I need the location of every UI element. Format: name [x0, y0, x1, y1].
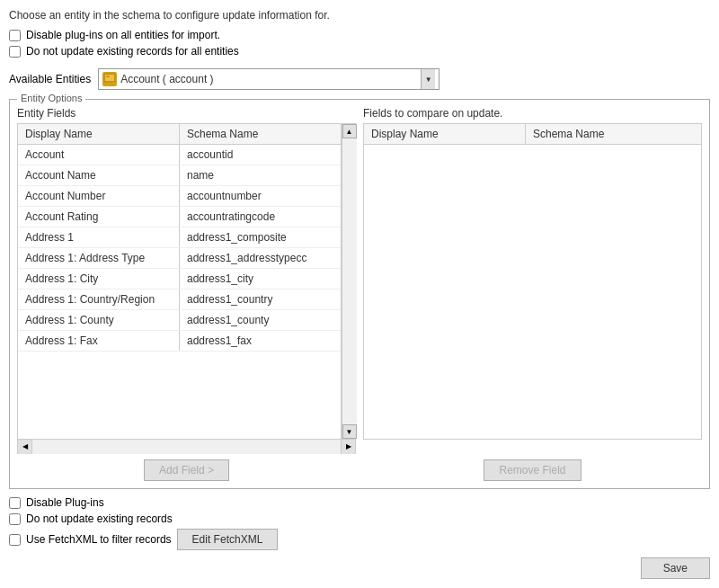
available-entities-label: Available Entities — [9, 73, 91, 85]
entity-select-text: Account ( account ) — [120, 73, 417, 85]
display-name-cell: Address 1: County — [18, 310, 180, 330]
h-scroll-left-btn[interactable]: ◀ — [18, 440, 32, 454]
table-row[interactable]: Address 1: Address Typeaddress1_addresst… — [18, 248, 341, 269]
fetchxml-label: Use FetchXML to filter records — [26, 533, 172, 546]
no-update-label: Do not update existing records — [26, 512, 173, 525]
entity-fields-col-display: Display Name — [18, 124, 180, 144]
compare-fields-table: Display Name Schema Name — [363, 123, 702, 440]
schema-name-cell: address1_country — [180, 290, 341, 309]
h-scroll-right-btn[interactable]: ▶ — [341, 440, 355, 454]
table-row[interactable]: Address 1: Country/Regionaddress1_countr… — [18, 290, 341, 310]
fetchxml-checkbox[interactable] — [9, 534, 21, 546]
entity-icon — [102, 72, 117, 86]
no-update-global-row: Do not update existing records for all e… — [9, 45, 710, 58]
table-row[interactable]: Account Namename — [18, 165, 341, 186]
entity-fields-label: Entity Fields — [17, 107, 356, 120]
table-row[interactable]: Accountaccountid — [18, 145, 341, 165]
no-update-global-checkbox[interactable] — [9, 46, 21, 58]
table-row[interactable]: Account Numberaccountnumber — [18, 186, 341, 207]
table-row[interactable]: Account Ratingaccountratingcode — [18, 207, 341, 227]
no-update-checkbox[interactable] — [9, 513, 21, 525]
disable-plugins-global-row: Disable plug-ins on all entities for imp… — [9, 29, 710, 41]
schema-name-cell: address1_addresstypecc — [180, 248, 341, 268]
global-options: Disable plug-ins on all entities for imp… — [9, 29, 710, 61]
fields-container: Entity Fields Display Name Schema Name A… — [17, 107, 702, 481]
main-container: Choose an entity in the schema to config… — [0, 0, 719, 588]
compare-fields-header: Display Name Schema Name — [364, 124, 701, 145]
edit-fetchxml-button[interactable]: Edit FetchXML — [177, 529, 279, 550]
scroll-track — [342, 138, 357, 424]
scroll-up-btn[interactable]: ▲ — [342, 124, 357, 138]
compare-fields-body[interactable] — [364, 145, 701, 439]
entity-fields-table: Display Name Schema Name Accountaccounti… — [17, 123, 342, 440]
header-description: Choose an entity in the schema to config… — [9, 9, 710, 22]
disable-plugins-label: Disable Plug-ins — [26, 496, 104, 509]
no-update-global-label: Do not update existing records for all e… — [26, 45, 239, 58]
disable-plugins-global-label: Disable plug-ins on all entities for imp… — [26, 29, 220, 41]
display-name-cell: Address 1: Fax — [18, 331, 180, 351]
entity-fields-hscrollbar[interactable]: ◀ ▶ — [17, 440, 356, 454]
display-name-cell: Account Number — [18, 186, 180, 206]
compare-fields-col-schema: Schema Name — [526, 124, 701, 144]
entity-fields-panel: Entity Fields Display Name Schema Name A… — [17, 107, 356, 481]
save-button[interactable]: Save — [641, 557, 710, 579]
disable-plugins-row: Disable Plug-ins — [9, 496, 710, 509]
disable-plugins-global-checkbox[interactable] — [9, 30, 21, 41]
schema-name-cell: address1_composite — [180, 227, 341, 247]
display-name-cell: Address 1: City — [18, 269, 180, 289]
entity-fields-header: Display Name Schema Name — [18, 124, 341, 145]
entity-fields-body[interactable]: AccountaccountidAccount NamenameAccount … — [18, 145, 341, 439]
table-row[interactable]: Address 1: Cityaddress1_city — [18, 269, 341, 290]
display-name-cell: Address 1 — [18, 227, 180, 247]
add-field-button[interactable]: Add Field > — [144, 459, 229, 481]
h-scroll-track — [32, 440, 341, 454]
remove-field-row: Remove Field — [363, 459, 702, 481]
compare-fields-label: Fields to compare on update. — [363, 107, 702, 120]
entity-select-wrapper[interactable]: Account ( account ) ▼ — [98, 68, 439, 90]
disable-plugins-checkbox[interactable] — [9, 497, 21, 509]
fetchxml-row: Use FetchXML to filter records Edit Fetc… — [9, 529, 710, 550]
available-entities-row: Available Entities Account ( account ) ▼ — [9, 68, 710, 90]
table-row[interactable]: Address 1: Countyaddress1_county — [18, 310, 341, 331]
bottom-options: Disable Plug-ins Do not update existing … — [9, 496, 710, 550]
add-field-row: Add Field > — [17, 459, 356, 481]
schema-name-cell: address1_county — [180, 310, 341, 330]
scroll-down-btn[interactable]: ▼ — [342, 424, 357, 439]
remove-field-button[interactable]: Remove Field — [484, 459, 581, 481]
schema-name-cell: accountid — [180, 145, 341, 165]
schema-name-cell: name — [180, 165, 341, 185]
compare-fields-col-display: Display Name — [364, 124, 526, 144]
footer-row: Save — [9, 550, 710, 579]
no-update-row: Do not update existing records — [9, 512, 710, 525]
table-row[interactable]: Address 1: Faxaddress1_fax — [18, 331, 341, 352]
entity-fields-col-schema: Schema Name — [180, 124, 341, 144]
display-name-cell: Address 1: Address Type — [18, 248, 180, 268]
schema-name-cell: accountratingcode — [180, 207, 341, 227]
svg-rect-2 — [106, 76, 110, 77]
entity-options-group: Entity Options Entity Fields Display Nam… — [9, 99, 710, 489]
display-name-cell: Account — [18, 145, 180, 165]
schema-name-cell: address1_fax — [180, 331, 341, 351]
entity-dropdown-arrow[interactable]: ▼ — [421, 69, 435, 89]
entity-options-legend: Entity Options — [17, 93, 85, 103]
schema-name-cell: address1_city — [180, 269, 341, 289]
table-row[interactable]: Address 1address1_composite — [18, 227, 341, 248]
display-name-cell: Account Name — [18, 165, 180, 185]
entity-fields-scrollbar[interactable]: ▲ ▼ — [342, 123, 356, 440]
schema-name-cell: accountnumber — [180, 186, 341, 206]
compare-fields-panel: Fields to compare on update. Display Nam… — [363, 107, 702, 481]
display-name-cell: Address 1: Country/Region — [18, 290, 180, 309]
display-name-cell: Account Rating — [18, 207, 180, 227]
